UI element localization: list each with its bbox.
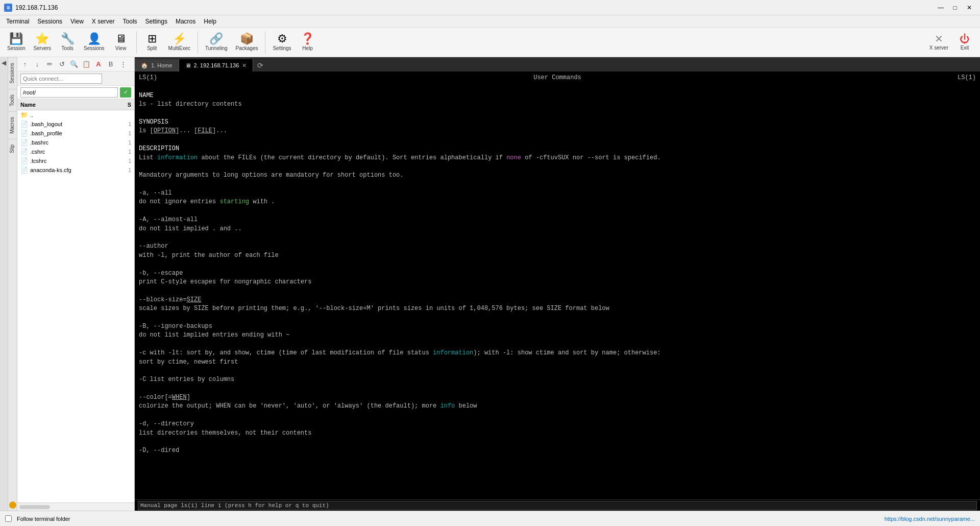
file-item-parent[interactable]: 📁 .. — [17, 110, 134, 119]
home-tab-icon: 🏠 — [141, 62, 148, 69]
close-button[interactable]: ✕ — [963, 2, 976, 13]
file-item-name: .. — [30, 112, 119, 118]
fp-btn-b[interactable]: B — [105, 59, 116, 70]
quick-connect-input[interactable] — [20, 74, 102, 84]
window-title: 192.168.71.136 — [15, 4, 58, 11]
terminal-line: DESCRIPTION — [139, 145, 976, 153]
toolbar-session[interactable]: 💾 Session — [4, 30, 29, 55]
fp-btn-clipboard[interactable]: 📋 — [81, 59, 92, 70]
file-item-name: .tcshrc — [30, 158, 119, 164]
sidebar-vitem-sessions[interactable]: Sessions — [8, 57, 17, 89]
toolbar-packages[interactable]: 📦 Packages — [233, 30, 261, 55]
toolbar-multiexec[interactable]: ⚡ MultiExec — [165, 30, 193, 55]
toolbar-help[interactable]: ❓ Help — [297, 30, 319, 55]
menu-xserver[interactable]: X server — [88, 17, 119, 26]
toolbar-tunneling[interactable]: 🔗 Tunneling — [202, 30, 231, 55]
tab-server[interactable]: 🖥 2. 192.168.71.136 ✕ — [179, 59, 254, 71]
tab-server-label: 2. 192.168.71.136 — [194, 62, 239, 68]
toolbar-xserver[interactable]: ✕ X server — [926, 30, 951, 55]
list-item[interactable]: 📄 .bash_profile 1 — [17, 129, 134, 138]
tab-add-button[interactable]: ⟳ — [253, 59, 267, 71]
terminal-line: with -l, print the author of each file — [139, 251, 976, 260]
tab-home-label: 1. Home — [151, 62, 173, 68]
tab-home[interactable]: 🏠 1. Home — [135, 59, 179, 71]
file-item-name: .bashrc — [30, 139, 119, 146]
sidebar-vitem-tools[interactable]: Tools — [8, 89, 17, 111]
toolbar-exit[interactable]: ⏻ Exit — [953, 30, 976, 55]
menu-help[interactable]: Help — [200, 17, 220, 26]
toolbar-settings[interactable]: ⚙ Settings — [270, 30, 294, 55]
terminal-line: list directories themselves, not their c… — [139, 429, 976, 438]
sessions-icon: 👤 — [87, 33, 101, 44]
vertical-sidebar: Sessions Tools Macros Slip — [8, 57, 17, 511]
list-item[interactable]: 📄 .cshrc 1 — [17, 147, 134, 156]
toolbar-view[interactable]: 🖥 View — [110, 30, 132, 55]
xserver-icon: ✕ — [935, 34, 943, 44]
fp-btn-search[interactable]: 🔍 — [68, 59, 80, 70]
terminal-line: ls [OPTION]... [FILE]... — [139, 127, 976, 135]
follow-terminal-checkbox[interactable] — [5, 515, 12, 522]
window-controls: — □ ✕ — [934, 2, 976, 13]
tab-server-close[interactable]: ✕ — [242, 62, 247, 69]
terminal-header-left: LS(1) — [139, 74, 157, 82]
terminal-header-right: LS(1) — [958, 74, 976, 82]
terminal-line: colorize the output; WHEN can be 'never'… — [139, 402, 976, 411]
file-item-name: .bash_profile — [30, 130, 119, 136]
toolbar-sessions[interactable]: 👤 Sessions — [81, 30, 108, 55]
path-ok-button[interactable]: ✓ — [120, 87, 131, 98]
sidebar-vitem-slip[interactable]: Slip — [8, 139, 17, 158]
toolbar-split[interactable]: ⊞ Split — [141, 30, 163, 55]
list-item[interactable]: 📄 .bashrc 1 — [17, 138, 134, 147]
minimize-button[interactable]: — — [934, 2, 947, 13]
quick-connect-bar — [17, 71, 134, 86]
menu-view[interactable]: View — [66, 17, 88, 26]
sidebar-circle[interactable] — [9, 501, 16, 509]
file-list-header: Name S — [17, 99, 134, 110]
file-list: 📁 .. 📄 .bash_logout 1 📄 .bash_profile 1 … — [17, 110, 134, 503]
terminal-line: -C list entries by columns — [139, 375, 976, 384]
fp-btn-a[interactable]: A — [93, 59, 104, 70]
fp-btn-refresh[interactable]: ↺ — [56, 59, 67, 70]
path-input[interactable] — [20, 87, 118, 98]
collapse-icon[interactable]: ◀ — [2, 59, 6, 66]
settings-icon: ⚙ — [277, 33, 287, 44]
split-icon: ⊞ — [148, 33, 157, 44]
fp-btn-down[interactable]: ↓ — [32, 59, 43, 70]
fp-btn-up[interactable]: ↑ — [19, 59, 31, 70]
toolbar-servers[interactable]: ⭐ Servers — [31, 30, 54, 55]
sidebar-vitem-macros[interactable]: Macros — [8, 111, 17, 139]
file-item-name: .cshrc — [30, 149, 119, 155]
status-input[interactable] — [138, 501, 977, 510]
terminal-content[interactable]: LS(1) User Commands LS(1) NAME ls - list… — [135, 71, 980, 499]
menu-terminal[interactable]: Terminal — [2, 17, 33, 26]
file-item-size: 1 — [121, 168, 131, 173]
file-icon: 📄 — [20, 139, 28, 146]
file-icon: 📄 — [20, 148, 28, 155]
exit-label: Exit — [961, 45, 969, 51]
menu-macros[interactable]: Macros — [172, 17, 200, 26]
file-panel-scrollbar[interactable] — [17, 503, 134, 511]
toolbar-tools[interactable]: 🔧 Tools — [56, 30, 79, 55]
terminal-line: -a, --all — [139, 189, 976, 198]
left-sidebar-collapse[interactable]: ◀ — [0, 57, 8, 511]
app-icon: 🖥 — [4, 4, 12, 12]
menu-tools[interactable]: Tools — [119, 17, 141, 26]
terminal-line: -A, --almost-all — [139, 216, 976, 224]
fp-btn-more[interactable]: ⋮ — [117, 59, 129, 70]
split-label: Split — [147, 45, 157, 51]
file-panel-toolbar: ↑ ↓ ✏ ↺ 🔍 📋 A B ⋮ — [17, 57, 134, 71]
file-item-name: anaconda-ks.cfg — [30, 167, 119, 173]
menu-bar: Terminal Sessions View X server Tools Se… — [0, 15, 980, 28]
terminal-line: sort by ctime, newest first — [139, 358, 976, 367]
maximize-button[interactable]: □ — [948, 2, 962, 13]
tab-bar: 🏠 1. Home 🖥 2. 192.168.71.136 ✕ ⟳ — [135, 57, 980, 71]
menu-sessions[interactable]: Sessions — [33, 17, 66, 26]
menu-settings[interactable]: Settings — [141, 17, 172, 26]
scrollbar-thumb[interactable] — [19, 505, 50, 509]
file-item-size: 1 — [121, 140, 131, 146]
list-item[interactable]: 📄 .tcshrc 1 — [17, 156, 134, 165]
fp-btn-edit[interactable]: ✏ — [44, 59, 55, 70]
list-item[interactable]: 📄 .bash_logout 1 — [17, 119, 134, 129]
list-item[interactable]: 📄 anaconda-ks.cfg 1 — [17, 165, 134, 175]
file-item-size: 1 — [121, 131, 131, 136]
